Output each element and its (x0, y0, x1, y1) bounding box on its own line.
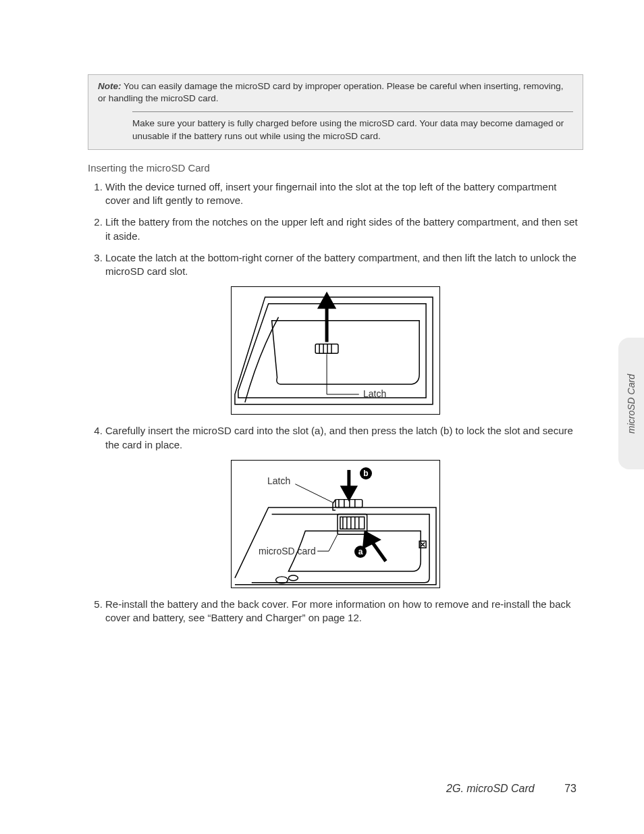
footer-page-number: 73 (564, 783, 576, 794)
step-1: With the device turned off, insert your … (105, 180, 583, 208)
note-label: Note: (98, 81, 122, 91)
svg-line-27 (295, 484, 333, 503)
step-5: Re-install the battery and the back cove… (105, 598, 583, 625)
marker-b: b (360, 467, 372, 479)
svg-line-28 (329, 534, 338, 551)
side-tab: microSD Card (618, 338, 644, 469)
page-footer: 2G. microSD Card 73 (446, 783, 576, 795)
note-text-1: You can easily damage the microSD card b… (98, 81, 564, 103)
figure-2-svg (232, 461, 439, 588)
steps-list: With the device turned off, insert your … (88, 180, 583, 279)
svg-rect-0 (315, 344, 338, 354)
svg-marker-24 (343, 488, 355, 498)
fig1-latch-label: Latch (363, 388, 386, 399)
footer-section: 2G. microSD Card (446, 783, 535, 794)
marker-a: a (354, 546, 367, 558)
steps-list-3: Re-install the battery and the back cove… (88, 598, 583, 625)
step-3: Locate the latch at the bottom-right cor… (105, 251, 583, 279)
section-heading: Inserting the microSD Card (88, 162, 583, 174)
note-text-2: Make sure your battery is fully charged … (98, 118, 573, 142)
figure-2: Latch microSD card b a (231, 460, 440, 588)
side-tab-label: microSD Card (626, 374, 637, 434)
note-divider (132, 111, 573, 112)
steps-list-2: Carefully insert the microSD card into t… (88, 424, 583, 452)
fig2-latch-label: Latch (267, 475, 290, 486)
step-4: Carefully insert the microSD card into t… (105, 424, 583, 452)
figure-1: Latch (231, 286, 440, 415)
svg-rect-17 (340, 517, 365, 529)
step-2: Lift the battery from the notches on the… (105, 215, 583, 243)
note-line-1: Note: You can easily damage the microSD … (98, 80, 573, 105)
figure-1-svg (232, 287, 439, 415)
svg-point-10 (288, 575, 298, 581)
note-box: Note: You can easily damage the microSD … (88, 74, 583, 150)
fig2-card-label: microSD card (259, 546, 316, 556)
